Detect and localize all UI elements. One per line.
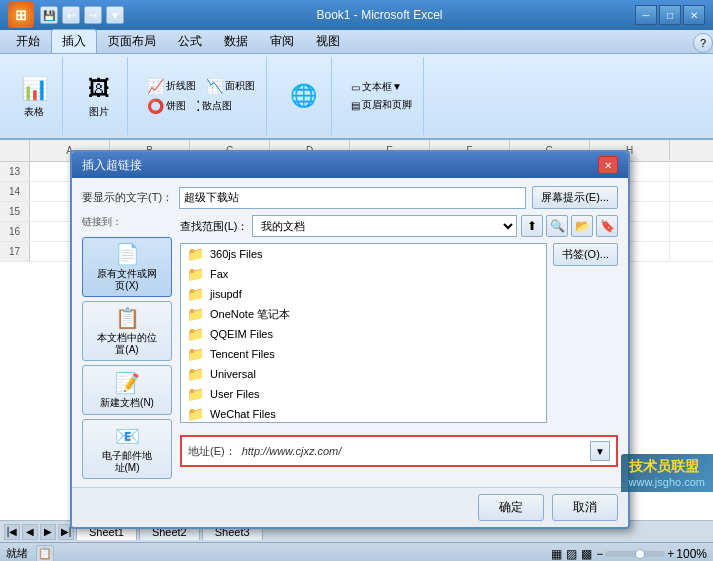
view-page-btn[interactable]: ▩ [581, 547, 592, 561]
area-chart-btn[interactable]: 📉 面积图 [203, 77, 258, 95]
folder-icon-360js: 📁 [187, 246, 204, 262]
office-icon: ⊞ [8, 2, 34, 28]
chart-row2: ⭕ 饼图 ⁚ 散点图 [144, 97, 258, 115]
folder-open-btn[interactable]: 📂 [571, 215, 593, 237]
cancel-btn[interactable]: 取消 [552, 494, 618, 521]
save-btn[interactable]: 💾 [40, 6, 58, 24]
link-type-panel: 链接到： 📄 原有文件或网页(X) 📋 本文档中的位置(A) 📝 新建文档(N) [82, 215, 172, 479]
folder-up-btn[interactable]: ⬆ [521, 215, 543, 237]
minimize-btn[interactable]: ─ [635, 5, 657, 25]
file-browser-panel: 查找范围(L)： 我的文档 ⬆ 🔍 📂 🔖 [180, 215, 618, 479]
folder-icon-jisupdf: 📁 [187, 286, 204, 302]
status-icon[interactable]: 📋 [36, 545, 54, 562]
file-item-onenote[interactable]: 📁 OneNote 笔记本 [181, 304, 546, 324]
file-name-360js: 360js Files [210, 248, 263, 260]
row-num-16: 16 [0, 222, 30, 241]
status-left: 就绪 📋 [6, 545, 54, 562]
line-chart-btn[interactable]: 📈 折线图 [144, 77, 199, 95]
table-btn[interactable]: 📊 表格 [14, 71, 54, 121]
status-bar: 就绪 📋 ▦ ▨ ▩ − + 100% [0, 542, 713, 561]
row-num-14: 14 [0, 182, 30, 201]
address-dropdown-btn[interactable]: ▼ [590, 441, 610, 461]
pie-chart-btn[interactable]: ⭕ 饼图 [144, 97, 189, 115]
maximize-btn[interactable]: □ [659, 5, 681, 25]
file-item-wechat[interactable]: 📁 WeChat Files [181, 404, 546, 423]
webpage-label: 原有文件或网页(X) [97, 268, 157, 292]
picture-btn[interactable]: 🖼 图片 [79, 71, 119, 121]
file-item-360js[interactable]: 📁 360js Files [181, 244, 546, 264]
email-label: 电子邮件地址(M) [102, 450, 152, 474]
search-icons: ⬆ 🔍 📂 🔖 [521, 215, 618, 237]
ribbon: 📊 表格 🖼 图片 📈 折线图 📉 面积图 ⭕ 饼图 ⁚ 散点图 🌐 ▭ 文本框… [0, 54, 713, 140]
link-to-label: 链接到： [82, 215, 172, 229]
globe-btn[interactable]: 🌐 [283, 78, 323, 114]
watermark-inner: 技术员联盟 www.jsgho.com [621, 454, 713, 492]
display-input[interactable] [179, 187, 526, 209]
scatter-icon: ⁚ [196, 98, 200, 114]
display-text-row: 要显示的文字(T)： 屏幕提示(E)... [82, 186, 618, 209]
folder-icon-onenote: 📁 [187, 306, 204, 322]
scatter-btn[interactable]: ⁚ 散点图 [193, 97, 235, 115]
file-item-tencent[interactable]: 📁 Tencent Files [181, 344, 546, 364]
textbox-btn[interactable]: ▭ 文本框▼ [348, 79, 415, 95]
link-type-email[interactable]: 📧 电子邮件地址(M) [82, 419, 172, 479]
search-range-row: 查找范围(L)： 我的文档 ⬆ 🔍 📂 🔖 [180, 215, 618, 237]
screen-tip-btn[interactable]: 屏幕提示(E)... [532, 186, 618, 209]
file-item-qqeim[interactable]: 📁 QQEIM Files [181, 324, 546, 344]
close-btn[interactable]: ✕ [683, 5, 705, 25]
file-item-fax[interactable]: 📁 Fax [181, 264, 546, 284]
tab-formula[interactable]: 公式 [167, 29, 213, 53]
folder-icon-universal: 📁 [187, 366, 204, 382]
watermark-line2: www.jsgho.com [629, 476, 705, 488]
window-title: Book1 - Microsoft Excel [124, 8, 635, 22]
table-icon: 📊 [18, 73, 50, 105]
sheet-nav-first[interactable]: |◀ [4, 524, 20, 540]
link-type-newdoc[interactable]: 📝 新建文档(N) [82, 365, 172, 415]
dialog-bottom: 确定 取消 [72, 487, 628, 527]
view-layout-btn[interactable]: ▨ [566, 547, 577, 561]
file-item-jisupdf[interactable]: 📁 jisupdf [181, 284, 546, 304]
bookmark-label: 本文档中的位置(A) [97, 332, 157, 356]
tab-review[interactable]: 审阅 [259, 29, 305, 53]
more-btn[interactable]: ▼ [106, 6, 124, 24]
bookmark-right-btn[interactable]: 🔖 [596, 215, 618, 237]
bookmark-btn[interactable]: 书签(O)... [553, 243, 618, 266]
file-item-user[interactable]: 📁 User Files [181, 384, 546, 404]
zoom-out-btn[interactable]: − [596, 547, 603, 561]
hyperlink-dialog: 插入超链接 ✕ 要显示的文字(T)： 屏幕提示(E)... 链接到： 📄 原有文… [70, 150, 630, 529]
help-btn[interactable]: ? [693, 33, 713, 53]
search-range-select[interactable]: 我的文档 [252, 215, 517, 237]
confirm-btn[interactable]: 确定 [478, 494, 544, 521]
file-name-wechat: WeChat Files [210, 408, 276, 420]
zoom-slider[interactable]: − + 100% [596, 547, 707, 561]
sheet-nav-prev[interactable]: ◀ [22, 524, 38, 540]
tab-insert[interactable]: 插入 [51, 29, 97, 53]
tab-pagelayout[interactable]: 页面布局 [97, 29, 167, 53]
undo-btn[interactable]: ↩ [62, 6, 80, 24]
search-range-label: 查找范围(L)： [180, 219, 248, 234]
address-input[interactable] [242, 445, 584, 457]
redo-btn[interactable]: ↪ [84, 6, 102, 24]
sheet-nav-next[interactable]: ▶ [40, 524, 56, 540]
globe-icon: 🌐 [287, 80, 319, 112]
zoom-in-btn[interactable]: + [667, 547, 674, 561]
row-num-13: 13 [0, 162, 30, 181]
webpage-icon: 📄 [115, 242, 140, 266]
dialog-body: 要显示的文字(T)： 屏幕提示(E)... 链接到： 📄 原有文件或网页(X) … [72, 178, 628, 487]
address-label: 地址(E)： [188, 444, 236, 459]
row-num-17: 17 [0, 242, 30, 261]
folder-icon-user: 📁 [187, 386, 204, 402]
file-list[interactable]: 📁 360js Files 📁 Fax 📁 jisupdf [180, 243, 547, 423]
folder-icon-qqeim: 📁 [187, 326, 204, 342]
dialog-close-btn[interactable]: ✕ [598, 156, 618, 174]
view-normal-btn[interactable]: ▦ [551, 547, 562, 561]
tab-home[interactable]: 开始 [5, 29, 51, 53]
tab-view[interactable]: 视图 [305, 29, 351, 53]
tab-data[interactable]: 数据 [213, 29, 259, 53]
area-chart-icon: 📉 [206, 78, 223, 94]
header-footer-btn[interactable]: ▤ 页眉和页脚 [348, 97, 415, 113]
file-item-universal[interactable]: 📁 Universal [181, 364, 546, 384]
link-type-webpage[interactable]: 📄 原有文件或网页(X) [82, 237, 172, 297]
search-btn[interactable]: 🔍 [546, 215, 568, 237]
link-type-bookmark[interactable]: 📋 本文档中的位置(A) [82, 301, 172, 361]
